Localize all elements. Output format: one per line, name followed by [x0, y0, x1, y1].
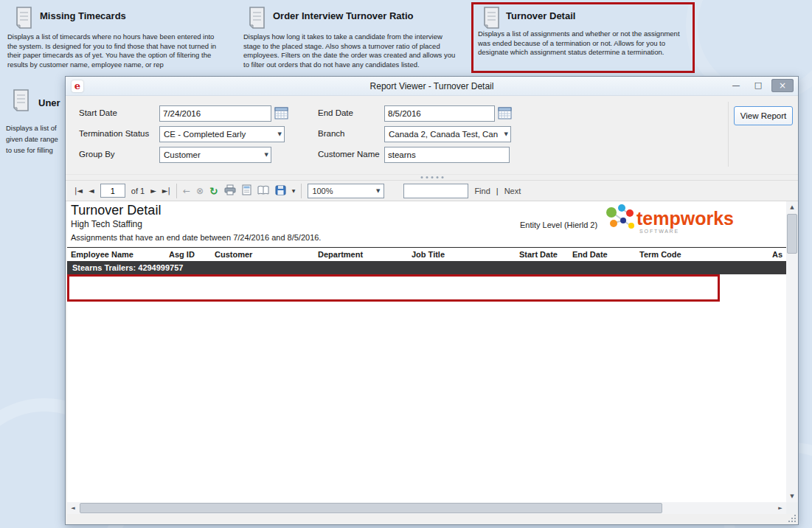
report-icon — [245, 6, 267, 34]
tile-title: Uner — [38, 97, 60, 108]
page-setup-icon — [257, 185, 269, 195]
titlebar[interactable]: e Report Viewer - Turnover Detail — □ × — [66, 77, 798, 96]
calendar-icon — [274, 106, 288, 119]
back-button[interactable]: ← — [183, 187, 190, 195]
tile-description: Displays a list of assignments and wheth… — [478, 29, 689, 58]
scroll-right-button[interactable]: ► — [774, 502, 786, 514]
svg-text:tempworks: tempworks — [636, 208, 734, 229]
tile-title: Missing Timecards — [40, 10, 126, 21]
date-range-text: Assignments that have an end date betwee… — [71, 233, 321, 242]
chevron-down-icon: ▼ — [262, 152, 268, 158]
column-header: Start Date — [519, 250, 572, 260]
find-input[interactable] — [403, 184, 468, 198]
resize-grip[interactable] — [788, 515, 796, 522]
customer-name-input[interactable] — [384, 147, 510, 163]
report-icon — [12, 6, 34, 34]
report-title: Turnover Detail — [71, 203, 161, 218]
export-dropdown-arrow[interactable]: ▼ — [292, 189, 296, 193]
report-viewport: Turnover Detail High Tech Staffing Entit… — [67, 201, 786, 502]
tile-unemployment[interactable]: Uner Displays a list of given date range… — [6, 87, 72, 176]
zoom-select[interactable]: 100% ▼ — [308, 184, 384, 198]
svg-text:S O F T W A R E: S O F T W A R E — [639, 229, 679, 234]
export-button[interactable] — [275, 185, 286, 197]
group-header-row: Stearns Trailers: 4294999757 — [67, 261, 786, 274]
page-number-input[interactable] — [100, 184, 125, 198]
group-by-label: Group By — [79, 150, 115, 159]
customer-name-label: Customer Name — [318, 150, 380, 159]
start-date-calendar-button[interactable] — [274, 106, 289, 120]
column-header: Employee Name — [71, 250, 169, 260]
column-header: Job Title — [412, 250, 519, 260]
table-header-row: Employee Name Asg ID Customer Department… — [67, 247, 786, 261]
app-icon: e — [72, 80, 83, 92]
entity-level-label: Entity Level (Hierld 2) — [520, 220, 597, 229]
report-viewer-window: e Report Viewer - Turnover Detail — □ × … — [65, 76, 799, 525]
chevron-down-icon: ▼ — [502, 131, 508, 137]
last-page-button[interactable]: ►| — [162, 187, 170, 195]
splitter-grip[interactable] — [420, 176, 443, 178]
params-splitter[interactable] — [66, 174, 798, 181]
report-toolbar: |◄ ◄ of 1 ► ►| ← ⊗ ↻ — [66, 181, 798, 201]
tile-order-interview-turnover-ratio[interactable]: Order Interview Turnover Ratio Displays … — [243, 4, 460, 75]
tile-turnover-detail[interactable]: Turnover Detail Displays a list of assig… — [473, 4, 693, 71]
termination-status-select[interactable]: CE - Completed Early ▼ — [159, 126, 285, 142]
minimize-button[interactable]: — — [727, 79, 745, 92]
params-divider — [728, 102, 729, 167]
column-header: As — [772, 250, 786, 260]
tile-highlight-frame: Turnover Detail Displays a list of assig… — [471, 2, 695, 73]
report-area: Turnover Detail High Tech Staffing Entit… — [66, 201, 798, 524]
save-icon — [275, 185, 286, 195]
branch-select[interactable]: Canada 2, Canada Test, Can ▼ — [384, 126, 511, 142]
column-header: Customer — [215, 250, 318, 260]
tile-description: Displays a list of timecards where no ho… — [7, 32, 223, 69]
vertical-scroll-thumb[interactable] — [787, 214, 797, 254]
stop-button[interactable]: ⊗ — [196, 187, 204, 195]
group-by-select[interactable]: Customer ▼ — [159, 147, 271, 163]
end-date-label: End Date — [318, 108, 353, 117]
termination-status-label: Termination Status — [79, 129, 149, 138]
column-header: End Date — [572, 250, 639, 260]
print-layout-icon — [242, 184, 251, 195]
find-next-divider: | — [496, 187, 499, 195]
maximize-button[interactable]: □ — [749, 79, 767, 92]
highlight-box — [67, 274, 720, 302]
tile-missing-timecards[interactable]: Missing Timecards Displays a list of tim… — [6, 4, 224, 75]
column-header: Term Code — [639, 250, 772, 260]
vertical-scrollbar[interactable]: ▲ ▼ — [786, 201, 798, 502]
page-count-label: of 1 — [131, 187, 145, 195]
next-page-button[interactable]: ► — [150, 187, 156, 195]
tile-description: Displays how long it takes to take a can… — [243, 32, 459, 69]
parameters-panel: Start Date End Date Termination Status C… — [66, 96, 798, 174]
scroll-left-button[interactable]: ◄ — [67, 502, 79, 514]
print-layout-button[interactable] — [242, 184, 251, 197]
end-date-input[interactable] — [384, 105, 495, 122]
tile-title: Turnover Detail — [506, 10, 575, 21]
tile-description: Displays a list of given date range to u… — [6, 122, 72, 156]
find-next-button[interactable]: Next — [504, 187, 521, 195]
horizontal-scrollbar[interactable]: ◄ ► — [67, 502, 786, 514]
first-page-button[interactable]: |◄ — [74, 187, 83, 195]
report-table: Employee Name Asg ID Customer Department… — [67, 247, 786, 274]
page-setup-button[interactable] — [257, 185, 269, 197]
column-header: Asg ID — [169, 250, 215, 260]
scroll-down-button[interactable]: ▼ — [786, 490, 798, 502]
view-report-button[interactable]: View Report — [734, 106, 793, 125]
branch-label: Branch — [318, 129, 344, 138]
company-name: High Tech Staffing — [71, 219, 142, 229]
horizontal-scroll-thumb[interactable] — [80, 503, 662, 513]
start-date-label: Start Date — [79, 108, 117, 117]
refresh-button[interactable]: ↻ — [209, 186, 218, 196]
printer-icon — [224, 184, 236, 195]
tile-title: Order Interview Turnover Ratio — [273, 10, 413, 21]
prev-page-button[interactable]: ◄ — [89, 187, 94, 195]
close-button[interactable]: × — [771, 79, 794, 92]
end-date-calendar-button[interactable] — [498, 106, 513, 120]
column-header: Department — [318, 250, 412, 260]
start-date-input[interactable] — [159, 105, 271, 122]
calendar-icon — [498, 106, 512, 119]
chevron-down-icon: ▼ — [373, 188, 380, 194]
print-button[interactable] — [224, 184, 236, 197]
scroll-up-button[interactable]: ▲ — [786, 201, 798, 213]
window-title: Report Viewer - Turnover Detail — [66, 81, 798, 91]
find-button[interactable]: Find — [474, 187, 490, 195]
